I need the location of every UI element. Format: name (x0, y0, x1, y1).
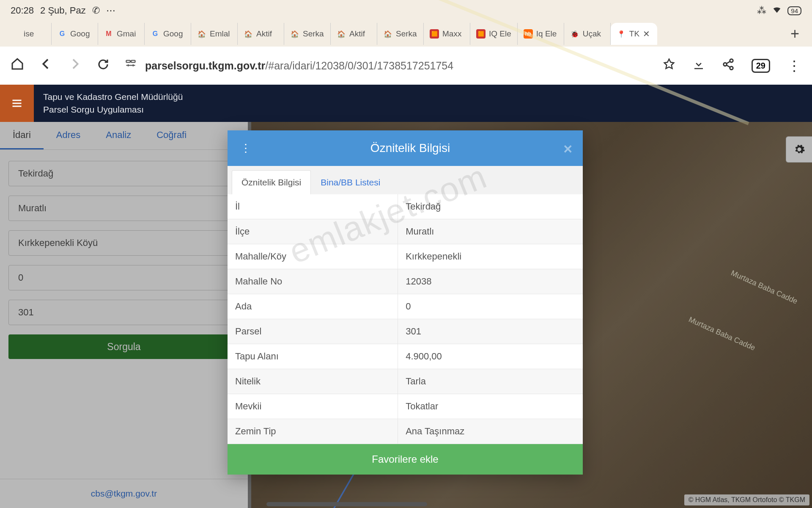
tab-6[interactable]: 🏠Serka (284, 23, 331, 45)
reload-icon[interactable] (97, 58, 110, 74)
forward-icon (68, 57, 82, 74)
tab-12[interactable]: 🐞Uçak (564, 23, 611, 45)
site-settings-icon[interactable] (125, 58, 137, 73)
svg-rect-1 (131, 61, 135, 63)
app-header: Tapu ve Kadastro Genel Müdürlüğü Parsel … (0, 85, 812, 122)
device-status-bar: 20:28 2 Şub, Paz ✆ ⋯ ⁂ 94 (0, 0, 812, 21)
app-title-2: Parsel Sorgu Uygulaması (43, 103, 183, 116)
date: 2 Şub, Paz (40, 5, 86, 16)
share-icon[interactable] (722, 58, 735, 74)
modal-menu-icon[interactable]: ⋮ (240, 142, 250, 155)
svg-point-2 (730, 59, 733, 62)
horizontal-scrollbar[interactable] (266, 502, 427, 506)
hamburger-menu-button[interactable] (0, 85, 34, 122)
wifi-icon (772, 5, 782, 17)
table-row: Tapu Alanı4.900,00 (228, 344, 583, 369)
tab-active[interactable]: 📍TK✕ (611, 23, 657, 45)
whatsapp-icon: ✆ (92, 5, 100, 16)
tab-count-badge[interactable]: 29 (752, 59, 770, 73)
tab-1[interactable]: GGoog (52, 23, 98, 45)
url-bar[interactable]: parselsorgu.tkgm.gov.tr/#ara/idari/12038… (125, 58, 647, 73)
table-row: Zemin TipAna Taşınmaz (228, 419, 583, 444)
clock: 20:28 (11, 5, 34, 16)
browser-address-bar: parselsorgu.tkgm.gov.tr/#ara/idari/12038… (0, 47, 812, 85)
modal-tab-bina[interactable]: Bina/BB Listesi (311, 170, 390, 194)
table-row: NitelikTarla (228, 369, 583, 394)
table-row: Mahalle No12038 (228, 269, 583, 294)
tab-7[interactable]: 🏠Aktif (331, 23, 377, 45)
tab-9[interactable]: 🟧Maxx (424, 23, 470, 45)
modal-close-button[interactable]: ✕ (563, 142, 573, 156)
close-tab-icon[interactable]: ✕ (643, 29, 650, 39)
add-favorites-button[interactable]: Favorilere ekle (228, 444, 583, 475)
svg-point-3 (724, 63, 727, 66)
svg-point-4 (730, 66, 733, 70)
svg-rect-0 (126, 61, 130, 63)
browser-tabs-bar: ise GGoog MGmai GGoog 🏠Emlal 🏠Aktif 🏠Ser… (0, 21, 812, 47)
table-row: Parsel301 (228, 319, 583, 344)
home-icon[interactable] (11, 57, 24, 74)
tab-0[interactable]: ise (5, 23, 52, 45)
download-icon[interactable] (692, 58, 705, 74)
url-text: parselsorgu.tkgm.gov.tr/#ara/idari/12038… (145, 60, 453, 72)
more-notifications-icon: ⋯ (106, 5, 115, 16)
tab-2[interactable]: MGmai (98, 23, 145, 45)
tab-4[interactable]: 🏠Emlal (191, 23, 238, 45)
table-row: MevkiiTokatlar (228, 394, 583, 419)
app-title-1: Tapu ve Kadastro Genel Müdürlüğü (43, 91, 183, 103)
table-row: İlTekirdağ (228, 194, 583, 219)
browser-menu-icon[interactable]: ⋮ (787, 57, 801, 74)
new-tab-button[interactable]: + (783, 25, 807, 43)
table-row: Ada0 (228, 294, 583, 319)
battery-level: 94 (787, 6, 801, 15)
tab-3[interactable]: GGoog (145, 23, 191, 45)
modal-tab-attributes[interactable]: Öznitelik Bilgisi (232, 170, 311, 194)
table-row: İlçeMuratlı (228, 219, 583, 244)
tab-5[interactable]: 🏠Aktif (238, 23, 284, 45)
bluetooth-icon: ⁂ (757, 5, 766, 16)
attribute-table: İlTekirdağ İlçeMuratlı Mahalle/KöyKırkke… (228, 194, 583, 444)
attribute-info-modal: ⋮ Öznitelik Bilgisi ✕ Öznitelik Bilgisi … (228, 130, 583, 475)
bookmark-star-icon[interactable] (663, 58, 675, 74)
tab-8[interactable]: 🏠Serka (377, 23, 424, 45)
modal-title: Öznitelik Bilgisi (250, 141, 570, 155)
back-icon[interactable] (39, 57, 53, 74)
table-row: Mahalle/KöyKırkkepenekli (228, 244, 583, 269)
